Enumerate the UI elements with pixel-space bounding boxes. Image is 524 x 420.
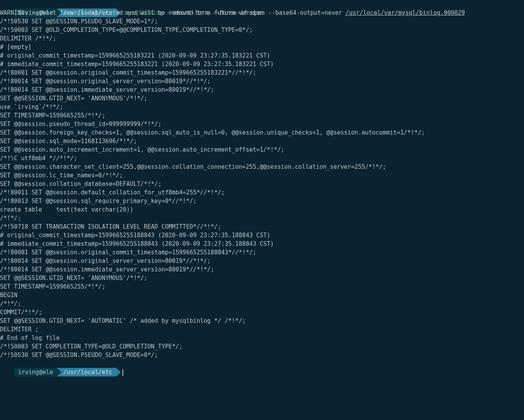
output-line: # original_commit_timestamp=159966525518… xyxy=(0,51,524,60)
command-output: WARNING: --short-form is deprecated and … xyxy=(0,9,524,359)
output-line: /*!80013 SET @@session.sql_require_prima… xyxy=(0,197,524,205)
output-line: /*!80014 SET @@session.immediate_server_… xyxy=(0,265,524,274)
output-line: SET @@SESSION.GTID_NEXT= 'AUTOMATIC' /* … xyxy=(0,317,524,325)
prompt-separator-1 xyxy=(57,368,61,376)
output-line: /*!*/; xyxy=(0,299,524,308)
prompt-separator-1 xyxy=(57,9,61,17)
output-line: /*!80014 SET @@session.immediate_server_… xyxy=(0,86,524,94)
output-line: /*!50718 SET TRANSACTION ISOLATION LEVEL… xyxy=(0,222,524,231)
output-line: SET @@session.character_set_client=255,@… xyxy=(0,163,524,171)
prompt-separator-2 xyxy=(116,368,121,376)
output-line: DELIMITER /*!*/; xyxy=(0,34,524,43)
output-line: SET @@session.collation_database=DEFAULT… xyxy=(0,180,524,188)
prompt-path: /usr/local/etc xyxy=(57,368,116,376)
output-line: create table test(text varchar(20)) xyxy=(0,205,524,214)
output-line: SET @@session.auto_increment_increment=1… xyxy=(0,145,524,154)
prompt-user-host: irving@ele xyxy=(14,368,57,376)
output-line: BEGIN xyxy=(0,291,524,299)
output-line: # immediate_commit_timestamp=15996652551… xyxy=(0,60,524,68)
output-line: SET @@session.lc_time_names=0/*!*/; xyxy=(0,171,524,180)
output-line: use `irving`/*!*/; xyxy=(0,103,524,111)
output-line: /*!50003 SET COMPLETION_TYPE=@OLD_COMPLE… xyxy=(0,342,524,351)
output-line: # original_commit_timestamp=159966525518… xyxy=(0,231,524,240)
output-line: # End of log file xyxy=(0,334,524,342)
output-line: SET @@session.pseudo_thread_id=999999999… xyxy=(0,120,524,128)
output-line: SET @@SESSION.GTID_NEXT= 'ANONYMOUS'/*!*… xyxy=(0,94,524,103)
output-line: COMMIT/*!*/; xyxy=(0,308,524,317)
output-line: /*!80001 SET @@session.original_commit_t… xyxy=(0,248,524,257)
output-line: /*!80011 SET @@session.default_collation… xyxy=(0,188,524,197)
output-line: SET TIMESTAMP=1599665255/*!*/; xyxy=(0,111,524,120)
output-line: /*!50530 SET @@SESSION.PSEUDO_SLAVE_MODE… xyxy=(0,17,524,26)
output-line: /*!50530 SET @@SESSION.PSEUDO_SLAVE_MODE… xyxy=(0,351,524,359)
output-line: /*!*/; xyxy=(0,214,524,222)
prompt-line-1: irving@ele/usr/local/etc mysqlbinlog --s… xyxy=(0,0,524,9)
output-line: /*!80001 SET @@session.original_commit_t… xyxy=(0,68,524,77)
output-line: # immediate_commit_timestamp=15996652551… xyxy=(0,240,524,248)
output-line: /*!80014 SET @@session.original_server_v… xyxy=(0,257,524,265)
command-file-arg: /usr/local/var/mysql/binlog.000029 xyxy=(346,9,465,16)
output-line: SET @@session.foreign_key_checks=1, @@se… xyxy=(0,128,524,137)
output-line: DELIMITER ; xyxy=(0,325,524,334)
output-line: SET TIMESTAMP=1599665255/*!*/; xyxy=(0,282,524,291)
output-line: SET @@SESSION.GTID_NEXT= 'ANONYMOUS'/*!*… xyxy=(0,274,524,282)
cursor xyxy=(122,369,123,376)
output-line: /*!50003 SET @OLD_COMPLETION_TYPE=@@COMP… xyxy=(0,26,524,34)
terminal[interactable]: irving@ele/usr/local/etc mysqlbinlog --s… xyxy=(0,0,524,368)
output-line: /*!80014 SET @@session.original_server_v… xyxy=(0,77,524,86)
output-line: SET @@session.sql_mode=1168113696/*!*/; xyxy=(0,137,524,145)
prompt-line-2[interactable]: irving@ele/usr/local/etc xyxy=(0,359,524,368)
output-line: /*!\C utf8mb4 *//*!*/; xyxy=(0,154,524,163)
output-line: # [empty] xyxy=(0,43,524,51)
